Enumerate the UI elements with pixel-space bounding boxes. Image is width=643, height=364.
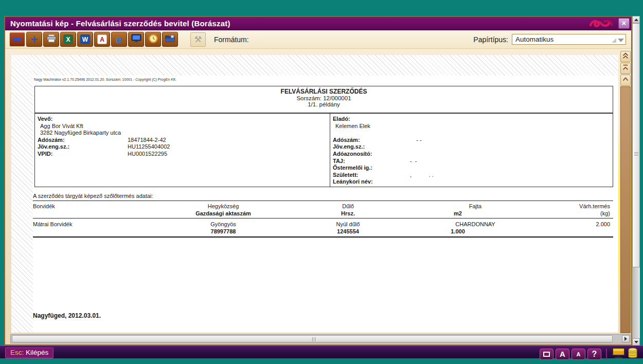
coins-icon xyxy=(628,348,638,361)
paper-type-value: Automatikus xyxy=(515,35,553,43)
field-label: Adószám: xyxy=(38,137,128,144)
page-first-up-button[interactable] xyxy=(620,51,631,62)
vertical-scrollbar-thumb[interactable] xyxy=(632,23,640,267)
format-label: Formátum: xyxy=(214,35,249,44)
contract-title: FELVÁSÁRLÁSI SZERZŐDÉS xyxy=(35,88,613,95)
buyer-field-row: Jöv.eng.sz.: HU11255404002 xyxy=(38,143,326,151)
table-cell: Nyúl dűlő 1245554 xyxy=(285,221,411,235)
font-large-button[interactable]: A xyxy=(556,349,569,360)
export-word-button[interactable]: W xyxy=(77,32,93,47)
field-value: HU0001522295 xyxy=(128,151,167,158)
page-nav-strip xyxy=(620,51,631,333)
monitor-icon xyxy=(612,347,626,361)
format-tools-icon: ⚒ xyxy=(194,35,202,44)
col-header: Várh.termés (kg) xyxy=(540,203,613,217)
esc-key-label: Esc: xyxy=(10,349,24,356)
seller-field-row: Született: , . . xyxy=(333,172,611,179)
col-header: Dűlő Hrsz. xyxy=(285,203,411,217)
horizontal-scrollbar-thumb[interactable] xyxy=(12,335,613,342)
export-excel-button[interactable]: X xyxy=(60,32,76,47)
col-header: Fajta m2 xyxy=(411,203,540,217)
open-browser-icon: e xyxy=(116,33,122,46)
line-up-button[interactable] xyxy=(620,75,631,86)
seller-field-row: Adóazonosító: xyxy=(333,151,611,158)
statusbar-separator xyxy=(606,349,607,360)
scroll-down-button[interactable] xyxy=(632,338,640,345)
seller-field-row: Őstermelői ig.: xyxy=(333,165,611,172)
horizontal-scrollbar[interactable] xyxy=(10,334,631,343)
esc-exit-button[interactable]: Esc: Kilépés xyxy=(5,348,53,358)
parties-divider xyxy=(330,114,330,187)
outer-vertical-scrollbar[interactable] xyxy=(632,16,640,345)
scroll-up-button[interactable] xyxy=(632,16,640,23)
table-header-row: Borvidék Hegyközség Gazdasági aktaszám D… xyxy=(33,201,613,219)
page-margin-hatch-left xyxy=(11,55,33,333)
triangle-right-icon xyxy=(624,337,627,341)
table-row: Mátrai Borvidék Gyöngyös 78997788 Nyúl d… xyxy=(33,219,613,238)
field-label: Született: xyxy=(333,172,410,179)
format-tools-button[interactable]: ⚒ xyxy=(190,32,206,47)
page-up-button[interactable] xyxy=(620,63,631,74)
print-preview-window: Nyomtatási kép - Felvásárlási szerződés … xyxy=(4,16,632,345)
resize-triangle-icon xyxy=(612,38,616,43)
archive-button[interactable] xyxy=(162,32,178,47)
export-pdf-button[interactable]: A xyxy=(94,32,110,47)
window-titlebar: Nyomtatási kép - Felvásárlási szerződés … xyxy=(5,17,631,30)
buyer-name: Agg Bor Vivát Kft xyxy=(38,123,326,130)
preview-area: Nagy Machinátor v2.1.70.25496 2012.01.20… xyxy=(5,49,631,344)
contract-date-line: Nagyfüged, 2012.03.01. xyxy=(33,312,101,319)
contract-serial: Sorszám: 12/000001 xyxy=(35,95,613,101)
field-label: Adóazonosító: xyxy=(333,151,410,158)
field-value: - - xyxy=(410,137,422,144)
outlook-icon xyxy=(149,34,158,45)
buyer-header: Vevő: xyxy=(38,116,326,123)
window-frame-icon xyxy=(543,352,550,357)
buyer-address: 3282 Nagyfüged Birkaparty utca xyxy=(38,130,326,137)
scrollbar-grip-icon xyxy=(634,152,638,157)
seller-header: Eladó: xyxy=(333,116,611,123)
zoom-in-button[interactable]: + xyxy=(26,32,42,47)
window-title: Nyomtatási kép - Felvásárlási szerződés … xyxy=(10,19,230,28)
print-button[interactable] xyxy=(43,32,59,47)
buyer-field-row: VPID: HU0001522295 xyxy=(38,151,326,158)
zoom-out-button[interactable] xyxy=(9,32,25,47)
archive-icon xyxy=(165,34,175,45)
display-button[interactable] xyxy=(128,32,144,47)
grape-data-table: Borvidék Hegyközség Gazdasági aktaszám D… xyxy=(33,201,613,238)
close-button[interactable]: × xyxy=(618,18,630,29)
outlook-button[interactable] xyxy=(145,32,161,47)
table-cell: CHARDONNAY 1.000 xyxy=(411,221,540,235)
seller-section: Eladó: Kelemen Elek Adószám: - - Jöv.eng… xyxy=(333,116,611,186)
document-page: Nagy Machinátor v2.1.70.25496 2012.01.20… xyxy=(11,55,618,333)
field-label: Jöv.eng.sz.: xyxy=(38,143,128,151)
grape-data-section-label: A szerződés tárgyát képező szőlőtermés a… xyxy=(33,193,153,199)
triangle-down-icon xyxy=(634,341,638,343)
field-value: 18471844-2-42 xyxy=(128,137,166,144)
export-pdf-icon: A xyxy=(97,34,107,44)
toolbar: + X W A e xyxy=(5,30,631,49)
export-word-icon: W xyxy=(80,34,90,44)
field-value: HU11255404002 xyxy=(128,143,170,151)
zoom-in-icon: + xyxy=(30,34,38,45)
paper-type-select[interactable]: Automatikus xyxy=(512,34,626,45)
brand-swirl-logo xyxy=(589,19,614,31)
field-label: Jöv.eng.sz.: xyxy=(333,143,410,151)
scroll-right-button[interactable] xyxy=(622,335,630,342)
field-value: - - xyxy=(410,158,417,165)
app-copyright-line: Nagy Machinátor v2.1.70.25496 2012.01.20… xyxy=(34,78,176,81)
table-cell: 2.000 xyxy=(540,221,613,235)
font-small-button[interactable]: A xyxy=(571,349,585,360)
esc-action-label: Kilépés xyxy=(26,349,48,356)
table-cell: Mátrai Borvidék xyxy=(33,221,162,235)
zoom-out-icon xyxy=(13,38,22,41)
window-mode-button[interactable] xyxy=(540,349,553,360)
chevron-down-icon xyxy=(618,39,624,42)
chevron-up-icon xyxy=(621,75,630,85)
statusbar-controls: A A ? xyxy=(540,347,638,361)
col-header: Borvidék xyxy=(33,203,162,217)
open-browser-button[interactable]: e xyxy=(111,32,127,47)
page-nav-track[interactable] xyxy=(620,86,631,333)
triangle-up-icon xyxy=(634,19,638,21)
col-header: Hegyközség Gazdasági aktaszám xyxy=(162,203,285,217)
help-button[interactable]: ? xyxy=(587,349,601,360)
